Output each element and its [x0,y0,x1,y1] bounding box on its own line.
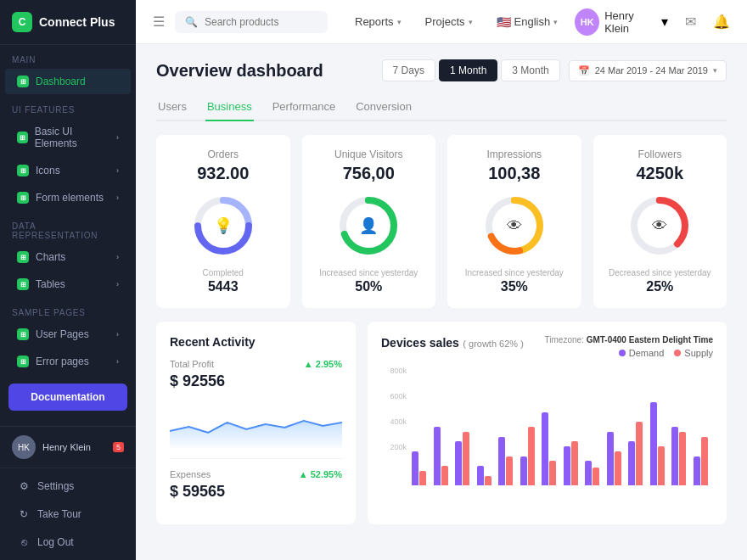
settings-icon: ⚙ [17,479,31,493]
reports-label: Reports [355,15,394,28]
visitors-sub-value: 50% [355,279,382,294]
filter-1month[interactable]: 1 Month [439,59,497,81]
chevron-right-icon: › [116,280,119,288]
sidebar-item-logout[interactable]: ⎋ Log Out [5,529,131,556]
supply-bar [571,441,578,485]
logo-icon: C [12,12,32,32]
main-section-label: Main [0,45,136,68]
visitors-donut: 👤 [334,192,402,260]
chart-legend: Demand Supply [619,348,713,358]
search-box[interactable]: 🔍 [175,11,328,33]
sidebar-item-label: Charts [36,251,65,263]
language-chevron-icon: ▾ [553,18,558,26]
sidebar-item-error-pages[interactable]: ⊞ Error pages › [5,349,131,374]
sidebar-item-basic-ui[interactable]: ⊞ Basic UI Elements › [5,119,131,156]
chevron-right-icon: › [116,253,119,261]
chevron-right-icon: › [116,133,119,142]
demand-bar [477,466,484,485]
y-label-200k: 200k [390,443,407,451]
user-nav[interactable]: HK Henry Klein ▾ [575,8,668,36]
demand-label: Demand [629,348,665,358]
filter-3month[interactable]: 3 Month [501,59,559,81]
supply-bar [528,427,535,485]
language-label: English [514,15,551,28]
stat-card-impressions: Impressions 100,38 👁 Increased since yes… [447,135,581,308]
y-label-600k: 600k [390,392,407,400]
sidebar-item-tables[interactable]: ⊞ Tables › [5,272,131,297]
search-input[interactable] [205,16,306,28]
stat-card-visitors: Unique Visitors 756,00 👤 Increased since… [302,135,436,308]
followers-donut: 👁 [626,192,694,260]
sample-section-label: Sample Pages [0,298,136,321]
supply-bar [679,432,686,485]
sidebar-item-user-pages[interactable]: ⊞ User Pages › [5,322,131,347]
bar-group [585,461,605,485]
expenses-label: Expenses [170,469,211,479]
tab-performance[interactable]: Performance [271,93,337,121]
projects-nav[interactable]: Projects ▾ [418,12,480,31]
mail-icon[interactable]: ✉ [685,14,696,30]
demand-bar [628,441,635,485]
impressions-sub-value: 35% [501,279,528,294]
topnav: ☰ 🔍 Reports ▾ Projects ▾ 🇺🇸 English ▾ HK… [136,0,747,44]
bar-group [628,422,649,485]
followers-value: 4250k [636,164,683,183]
y-label-400k: 400k [390,417,407,426]
supply-bar [549,461,556,485]
user-notification-badge: 5 [113,442,124,452]
expenses-row: Expenses ▲ 52.95% [170,469,342,479]
bar-group [694,437,714,486]
menu-icon[interactable]: ☰ [153,14,165,30]
user-chevron-icon: ▾ [661,14,668,30]
tab-conversion[interactable]: Conversion [354,93,413,121]
bell-icon[interactable]: 🔔 [713,14,730,30]
sidebar-item-settings[interactable]: ⚙ Settings [5,473,131,500]
demand-dot [619,350,626,356]
reports-nav[interactable]: Reports ▾ [348,12,408,31]
sidebar-item-take-tour[interactable]: ↻ Take Tour [5,501,131,528]
demand-bar [671,427,678,485]
content-area: Overview dashboard 7 Days 1 Month 3 Mont… [136,44,747,560]
sidebar-user: HK Henry Klein 5 [0,426,136,468]
form-icon: ⊞ [17,192,29,204]
expenses-section: Expenses ▲ 52.95% $ 59565 [170,469,342,501]
bar-group [520,427,541,485]
bar-group [671,427,692,485]
flag-icon: 🇺🇸 [497,15,511,29]
followers-sub-label: Decreased since yesterday [609,268,711,277]
demand-bar [607,432,614,485]
supply-bar [463,432,469,485]
followers-label: Followers [638,148,682,160]
demand-bar [650,402,657,485]
orders-value: 932.00 [197,164,249,183]
main-content: ☰ 🔍 Reports ▾ Projects ▾ 🇺🇸 English ▾ HK… [136,0,747,560]
sidebar-bottom: ⚙ Settings ↻ Take Tour ⎋ Log Out [0,468,136,560]
supply-bar [658,446,665,485]
bar-chart: 800k 600k 400k 200k [381,367,713,485]
profit-label: Total Profit [170,359,214,369]
sidebar-item-label: User Pages [36,328,89,340]
documentation-button[interactable]: Documentation [8,384,127,411]
date-range-picker[interactable]: 📅 24 Mar 2019 - 24 Mar 2019 ▾ [569,60,727,81]
sidebar-username: Henry Klein [42,442,106,452]
sidebar-item-form-elements[interactable]: ⊞ Form elements › [5,185,131,210]
user-pages-icon: ⊞ [17,328,29,340]
devices-sales-panel: Devices sales ( growth 62% ) Timezone: G… [368,322,727,524]
tab-business[interactable]: Business [205,93,254,121]
chevron-right-icon: › [116,357,119,366]
language-nav[interactable]: 🇺🇸 English ▾ [490,12,565,32]
charts-icon: ⊞ [17,251,29,263]
sidebar-item-dashboard[interactable]: ⊞ Dashboard [5,69,131,94]
expenses-value: $ 59565 [170,483,342,501]
tables-icon: ⊞ [17,278,29,290]
filter-7days[interactable]: 7 Days [382,59,435,81]
sidebar-item-icons[interactable]: ⊞ Icons › [5,158,131,183]
followers-donut-icon: 👁 [652,217,667,235]
sidebar-item-label: Log Out [37,536,74,548]
tab-users[interactable]: Users [156,93,188,121]
demand-bar [434,427,441,485]
sidebar-item-charts[interactable]: ⊞ Charts › [5,244,131,270]
sidebar-item-label: Error pages [36,356,89,367]
supply-bar [701,437,708,486]
tour-icon: ↻ [17,507,31,521]
